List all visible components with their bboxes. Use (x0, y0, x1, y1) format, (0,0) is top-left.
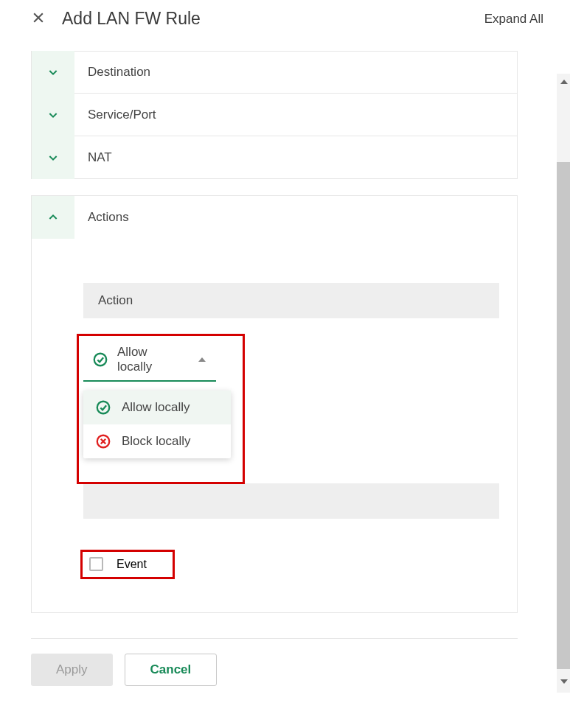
apply-button[interactable]: Apply (31, 654, 113, 686)
modal-header: Add LAN FW Rule Expand All (0, 0, 570, 38)
section-label: Destination (88, 65, 150, 80)
scroll-down-icon[interactable] (560, 679, 568, 684)
scrollbar-thumb[interactable] (557, 162, 570, 669)
section-label: NAT (88, 150, 112, 165)
close-icon[interactable] (31, 10, 46, 28)
expand-all-button[interactable]: Expand All (484, 12, 543, 27)
button-label: Cancel (150, 662, 192, 677)
chevron-down-icon (32, 136, 74, 179)
svg-point-1 (97, 402, 110, 414)
spacer (31, 179, 538, 195)
event-checkbox-row[interactable]: Event (83, 553, 154, 575)
cancel-button[interactable]: Cancel (125, 654, 218, 686)
scroll-up-icon[interactable] (560, 80, 568, 84)
action-heading-text: Action (98, 293, 133, 308)
modal-body: Destination Service/Port NAT Actions (0, 38, 538, 639)
button-label: Apply (56, 662, 88, 677)
section-nat[interactable]: NAT (31, 136, 518, 179)
secondary-heading-bar (83, 483, 499, 519)
action-dropdown[interactable]: Allow locally (83, 339, 216, 382)
section-destination[interactable]: Destination (31, 51, 518, 94)
dropdown-option-block[interactable]: Block locally (83, 424, 231, 458)
dropdown-selected-label: Allow locally (117, 345, 169, 375)
section-label: Service/Port (88, 108, 156, 122)
section-service-port[interactable]: Service/Port (31, 94, 518, 136)
allow-check-icon (92, 351, 108, 368)
event-checkbox[interactable] (89, 557, 103, 571)
modal-footer: Apply Cancel (0, 639, 570, 686)
section-actions-header[interactable]: Actions (32, 196, 517, 239)
action-dropdown-wrap: Allow locally Allow locally Block locall… (83, 339, 254, 382)
section-label: Actions (88, 210, 129, 225)
dropdown-option-allow[interactable]: Allow locally (83, 391, 231, 424)
option-label: Block locally (122, 434, 191, 449)
option-label: Allow locally (122, 400, 190, 415)
block-x-icon (95, 433, 111, 449)
chevron-down-icon (32, 94, 74, 136)
section-actions-panel: Actions Action Allow locally Al (31, 195, 518, 613)
divider (31, 638, 518, 639)
modal-title: Add LAN FW Rule (62, 9, 484, 29)
event-label: Event (117, 558, 147, 571)
chevron-up-icon (32, 196, 74, 239)
dropdown-selected: Allow locally (92, 345, 169, 375)
caret-up-icon (198, 357, 206, 362)
allow-check-icon (95, 399, 111, 416)
svg-point-0 (94, 354, 107, 366)
action-heading: Action (83, 283, 499, 318)
chevron-down-icon (32, 51, 74, 94)
add-lan-fw-rule-modal: Add LAN FW Rule Expand All Destination S… (0, 0, 570, 728)
action-dropdown-menu: Allow locally Block locally (83, 391, 231, 458)
